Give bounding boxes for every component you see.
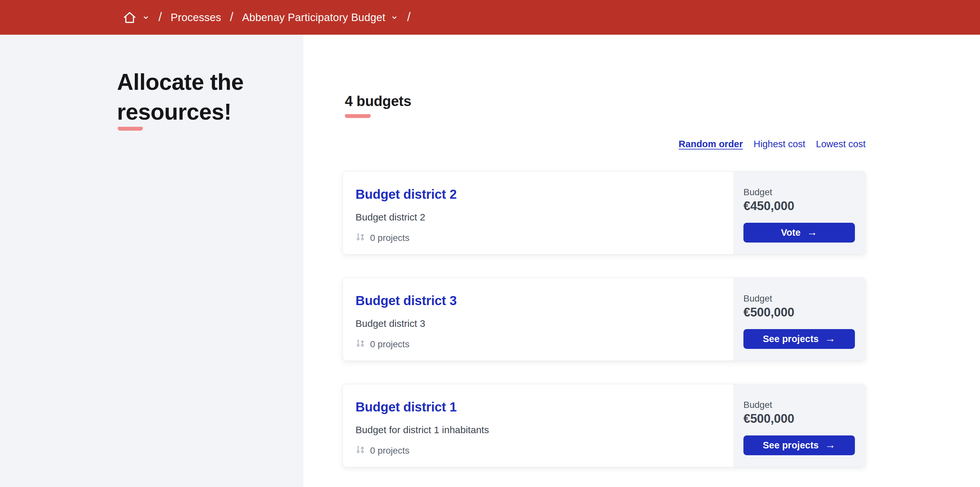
budget-card-list: Budget district 2 Budget district 2 <box>342 171 865 467</box>
budget-card-body: Budget district 2 Budget district 2 <box>343 171 733 254</box>
budget-card: Budget district 1 Budget for district 1 … <box>342 384 865 467</box>
see-projects-button[interactable]: See projects → <box>743 329 855 349</box>
arrow-right-icon: → <box>825 332 835 345</box>
budget-label: Budget <box>743 399 855 410</box>
sidebar-heading: Allocate the resources! <box>117 67 279 127</box>
sort-random-order[interactable]: Random order <box>679 138 743 150</box>
home-dropdown-toggle[interactable] <box>142 14 150 21</box>
sort-highest-cost[interactable]: Highest cost <box>754 138 805 150</box>
arrow-right-icon: → <box>825 439 835 451</box>
budget-amount: €500,000 <box>743 305 855 320</box>
projects-icon <box>355 338 365 351</box>
budget-card-description: Budget for district 1 inhabitants <box>355 424 721 436</box>
budget-card: Budget district 2 Budget district 2 <box>342 171 865 254</box>
vote-button-label: Vote <box>781 227 801 238</box>
vote-button[interactable]: Vote → <box>743 223 855 243</box>
see-projects-button-label: See projects <box>763 334 819 344</box>
budget-amount: €500,000 <box>743 411 855 426</box>
breadcrumb-item-processes[interactable]: Processes <box>171 11 221 24</box>
projects-icon <box>355 232 365 244</box>
budget-card-description: Budget district 2 <box>355 211 721 224</box>
budget-label: Budget <box>743 187 855 198</box>
projects-icon <box>355 444 365 457</box>
chevron-down-icon <box>390 14 398 21</box>
projects-count: 0 projects <box>370 339 409 350</box>
budget-card-title-link[interactable]: Budget district 3 <box>355 293 457 308</box>
breadcrumb: / Processes / Abbenay Participatory Budg… <box>123 10 419 25</box>
projects-count: 0 projects <box>370 445 409 456</box>
home-link[interactable] <box>123 10 137 25</box>
budget-card-aside: Budget €500,000 See projects → <box>733 384 865 467</box>
see-projects-button-label: See projects <box>763 440 819 451</box>
projects-count-row: 0 projects <box>355 232 721 244</box>
breadcrumb-item-process-name[interactable]: Abbenay Participatory Budget <box>242 11 385 24</box>
breadcrumb-separator: / <box>230 10 233 24</box>
budgets-count-heading: 4 budgets <box>345 93 865 110</box>
budget-card-title-link[interactable]: Budget district 2 <box>355 187 457 202</box>
budget-label: Budget <box>743 293 855 304</box>
arrow-right-icon: → <box>807 226 817 238</box>
budget-card-description: Budget district 3 <box>355 318 721 330</box>
budget-card-body: Budget district 1 Budget for district 1 … <box>343 384 733 467</box>
sidebar: Allocate the resources! <box>0 35 303 487</box>
sort-lowest-cost[interactable]: Lowest cost <box>816 138 865 150</box>
breadcrumb-separator: / <box>159 10 162 24</box>
main-area: 4 budgets Random order Highest cost Lowe… <box>303 35 980 487</box>
process-dropdown-toggle[interactable] <box>390 14 398 21</box>
breadcrumb-separator: / <box>407 10 410 24</box>
budget-card-body: Budget district 3 Budget district 3 <box>343 278 733 361</box>
see-projects-button[interactable]: See projects → <box>743 436 855 455</box>
sort-options: Random order Highest cost Lowest cost <box>342 138 865 150</box>
budget-card-aside: Budget €500,000 See projects → <box>733 278 865 361</box>
home-icon <box>123 10 137 25</box>
budget-card-title-link[interactable]: Budget district 1 <box>355 399 457 415</box>
budget-card: Budget district 3 Budget district 3 <box>342 278 865 361</box>
projects-count-row: 0 projects <box>355 444 721 457</box>
top-navbar: / Processes / Abbenay Participatory Budg… <box>0 0 980 35</box>
budget-amount: €450,000 <box>743 198 855 213</box>
heading-underline-decoration <box>345 114 371 118</box>
heading-underline-decoration <box>118 127 143 131</box>
projects-count: 0 projects <box>370 233 409 244</box>
projects-count-row: 0 projects <box>355 338 721 351</box>
budget-card-aside: Budget €450,000 Vote → <box>733 171 865 254</box>
chevron-down-icon <box>142 14 150 21</box>
